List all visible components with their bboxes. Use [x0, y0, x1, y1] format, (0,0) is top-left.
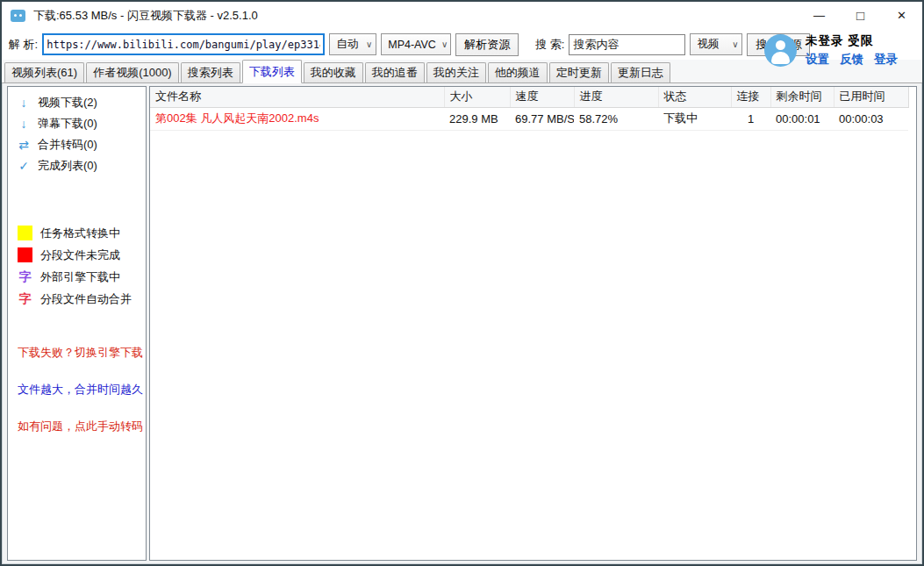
content-area: ↓ 视频下载(2) ↓ 弹幕下载(0) ⇄ 合并转码(0) ✓ 完成列表(0) …: [2, 83, 922, 564]
column-header-status[interactable]: 状态: [658, 87, 731, 107]
legend-label: 分段文件自动合并: [40, 291, 132, 307]
mode-select-value: 自动: [336, 37, 358, 52]
download-list-panel: 文件名称 大小 速度 进度 状态 连接 剩余时间 已用时间 第002集 凡人风起…: [149, 86, 917, 561]
search-type-value: 视频: [697, 37, 719, 52]
cell-elapsed-time: 00:00:03: [834, 107, 908, 130]
cell-filename: 第002集 凡人风起天南2002.m4s: [150, 107, 444, 130]
tab-following[interactable]: 我的关注: [426, 62, 486, 82]
download-arrow-icon: ↓: [18, 96, 30, 110]
search-input[interactable]: [569, 34, 685, 55]
sidebar-item-merge-transcode[interactable]: ⇄ 合并转码(0): [8, 134, 146, 155]
column-header-connections[interactable]: 连接: [731, 87, 770, 107]
cell-remaining-time: 00:00:01: [770, 107, 834, 130]
table-header-row: 文件名称 大小 速度 进度 状态 连接 剩余时间 已用时间: [150, 87, 908, 107]
window-title: 下载:65.53 MB/s - 闪豆视频下载器 - v2.5.1.0: [33, 8, 258, 24]
sidebar-item-completed-list[interactable]: ✓ 完成列表(0): [8, 155, 146, 176]
app-icon: [11, 10, 25, 22]
cell-progress: 58.72%: [574, 107, 658, 130]
format-select[interactable]: MP4-AVC ∨: [381, 33, 451, 55]
table-row[interactable]: 第002集 凡人风起天南2002.m4s 229.9 MB 69.77 MB/S…: [150, 107, 908, 130]
cell-connections: 1: [731, 107, 770, 130]
download-table: 文件名称 大小 速度 进度 状态 连接 剩余时间 已用时间 第002集 凡人风起…: [150, 87, 909, 131]
feedback-link[interactable]: 反馈: [840, 52, 863, 68]
swap-arrows-icon: ⇄: [18, 138, 30, 152]
tab-changelog[interactable]: 更新日志: [611, 62, 670, 82]
mode-select[interactable]: 自动 ∨: [329, 33, 376, 55]
red-swatch-icon: [18, 247, 32, 262]
sidebar-item-label: 合并转码(0): [38, 137, 97, 153]
maximize-button-icon[interactable]: □: [840, 2, 881, 29]
legend-auto-merge: 字 分段文件自动合并: [8, 288, 146, 310]
account-area: 未登录 受限 设置 反馈 登录: [764, 33, 898, 68]
app-window: 下载:65.53 MB/s - 闪豆视频下载器 - v2.5.1.0 — □ ✕…: [0, 0, 924, 566]
column-header-elapsed-time[interactable]: 已用时间: [834, 87, 908, 107]
sidebar: ↓ 视频下载(2) ↓ 弹幕下载(0) ⇄ 合并转码(0) ✓ 完成列表(0) …: [7, 86, 147, 561]
column-header-size[interactable]: 大小: [444, 87, 510, 107]
legend-label: 分段文件未完成: [40, 247, 120, 263]
cell-speed: 69.77 MB/S: [510, 107, 574, 130]
tab-video-list[interactable]: 视频列表(61): [4, 62, 84, 82]
tab-download-list[interactable]: 下载列表: [242, 60, 302, 83]
sidebar-item-label: 完成列表(0): [38, 158, 97, 174]
purple-char-icon: 字: [18, 269, 32, 285]
tab-search-list[interactable]: 搜索列表: [181, 62, 240, 82]
minimize-button-icon[interactable]: —: [799, 2, 840, 29]
title-bar: 下载:65.53 MB/s - 闪豆视频下载器 - v2.5.1.0 — □ ✕: [2, 2, 922, 29]
chevron-down-icon: ∨: [366, 39, 372, 49]
legend-label: 任务格式转换中: [40, 226, 120, 241]
login-link[interactable]: 登录: [874, 52, 898, 68]
sidebar-notes: 下载失败？切换引擎下载 文件越大，合并时间越久 如有问题，点此手动转码: [8, 345, 146, 434]
note-merge-time: 文件越大，合并时间越久: [8, 382, 146, 398]
tab-favorites[interactable]: 我的收藏: [304, 62, 363, 82]
status-legend: 任务格式转换中 分段文件未完成 字 外部引擎下载中 字 分段文件自动合并: [8, 222, 146, 310]
format-select-value: MP4-AVC: [388, 39, 436, 51]
sidebar-item-danmaku-download[interactable]: ↓ 弹幕下载(0): [8, 113, 146, 134]
sidebar-item-label: 视频下载(2): [38, 95, 97, 111]
cell-status: 下载中: [658, 107, 731, 130]
yellow-swatch-icon: [18, 226, 32, 240]
check-icon: ✓: [18, 159, 30, 173]
legend-transcoding: 任务格式转换中: [8, 222, 146, 244]
column-header-remaining-time[interactable]: 剩余时间: [770, 87, 834, 107]
tab-bangumi[interactable]: 我的追番: [365, 62, 425, 82]
window-controls: — □ ✕: [799, 2, 922, 29]
search-label: 搜 索:: [535, 37, 564, 53]
chevron-down-icon: ∨: [732, 39, 738, 49]
search-type-select[interactable]: 视频 ∨: [690, 33, 742, 55]
parse-resource-button[interactable]: 解析资源: [455, 33, 519, 56]
tab-his-channel[interactable]: 他的频道: [488, 62, 548, 82]
sidebar-item-label: 弹幕下载(0): [38, 116, 97, 132]
settings-link[interactable]: 设置: [806, 52, 829, 68]
tab-author-videos[interactable]: 作者视频(1000): [86, 62, 179, 82]
legend-external-engine: 字 外部引擎下载中: [8, 266, 146, 288]
close-button-icon[interactable]: ✕: [881, 2, 922, 29]
download-arrow-icon: ↓: [18, 117, 30, 131]
column-header-progress[interactable]: 进度: [574, 87, 658, 107]
note-manual-transcode[interactable]: 如有问题，点此手动转码: [8, 419, 146, 434]
red-char-icon: 字: [18, 291, 32, 307]
parse-label: 解 析:: [9, 37, 38, 53]
sidebar-item-video-download[interactable]: ↓ 视频下载(2): [8, 92, 146, 113]
column-header-speed[interactable]: 速度: [510, 87, 574, 107]
tab-scheduled-update[interactable]: 定时更新: [549, 62, 609, 82]
cell-size: 229.9 MB: [444, 107, 510, 130]
avatar-icon[interactable]: [764, 34, 797, 67]
legend-label: 外部引擎下载中: [40, 269, 120, 285]
chevron-down-icon: ∨: [441, 39, 448, 49]
column-header-filename[interactable]: 文件名称: [150, 87, 444, 107]
login-status: 未登录 受限: [806, 33, 898, 49]
note-switch-engine: 下载失败？切换引擎下载: [8, 345, 146, 361]
url-input[interactable]: [42, 33, 325, 55]
legend-segment-incomplete: 分段文件未完成: [8, 244, 146, 266]
